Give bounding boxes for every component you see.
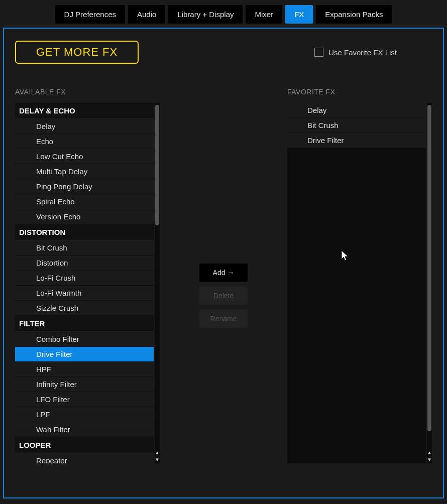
list-item[interactable]: Repeater (15, 453, 154, 463)
list-item[interactable]: Lo-Fi Crush (15, 271, 154, 286)
favorite-scrollbar[interactable]: ▲ ▼ (427, 103, 432, 463)
list-item[interactable]: LFO Filter (15, 392, 154, 407)
category-header: DISTORTION (15, 224, 154, 240)
tab-dj-preferences[interactable]: DJ Preferences (55, 5, 125, 24)
list-item[interactable]: Combo Filter (15, 332, 154, 347)
favorite-fx-list[interactable]: DelayBit CrushDrive Filter (287, 103, 426, 463)
category-header: LOOPER (15, 437, 154, 453)
use-favorite-label: Use Favorite FX List (328, 48, 397, 57)
list-item[interactable]: Wah Filter (15, 422, 154, 437)
transfer-buttons: Add → Delete Rename (199, 264, 248, 328)
tab-bar: DJ PreferencesAudioLibrary + DisplayMixe… (0, 0, 447, 24)
list-item[interactable]: Delay (15, 119, 154, 134)
list-item[interactable]: Version Echo (15, 209, 154, 224)
favorite-column: FAVORITE FX DelayBit CrushDrive Filter ▲… (287, 88, 432, 463)
favorite-list-wrapper: DelayBit CrushDrive Filter ▲ ▼ (287, 103, 432, 463)
tab-audio[interactable]: Audio (128, 5, 165, 24)
category-header: FILTER (15, 316, 154, 332)
use-favorite-toggle[interactable]: Use Favorite FX List (314, 48, 432, 57)
checkbox-icon[interactable] (314, 48, 323, 57)
list-item[interactable]: Low Cut Echo (15, 149, 154, 164)
list-item[interactable]: Infinity Filter (15, 377, 154, 392)
scroll-up-icon[interactable]: ▲ (427, 450, 432, 455)
tab-mixer[interactable]: Mixer (246, 5, 282, 24)
category-header: DELAY & ECHO (15, 103, 154, 119)
rename-button: Rename (199, 310, 248, 328)
list-item[interactable]: LPF (15, 407, 154, 422)
get-more-fx-button[interactable]: GET MORE FX (15, 41, 139, 64)
list-item[interactable]: Sizzle Crush (15, 301, 154, 316)
available-column: AVAILABLE FX DELAY & ECHODelayEchoLow Cu… (15, 88, 160, 463)
scrollbar-thumb[interactable] (155, 105, 159, 225)
tab-expansion-packs[interactable]: Expansion Packs (316, 5, 392, 24)
list-item[interactable]: Drive Filter (287, 133, 426, 148)
middle-buttons-column: Add → Delete Rename (160, 88, 287, 463)
columns: AVAILABLE FX DELAY & ECHODelayEchoLow Cu… (15, 88, 432, 463)
add-button[interactable]: Add → (199, 264, 248, 282)
scroll-down-icon[interactable]: ▼ (427, 457, 432, 462)
list-item[interactable]: Bit Crush (15, 240, 154, 256)
scrollbar-thumb[interactable] (427, 105, 431, 431)
list-item[interactable]: Bit Crush (287, 118, 426, 133)
scroll-up-icon[interactable]: ▲ (155, 450, 160, 455)
list-item[interactable]: Spiral Echo (15, 194, 154, 209)
list-item[interactable]: Multi Tap Delay (15, 164, 154, 179)
available-fx-label: AVAILABLE FX (15, 88, 160, 96)
list-item[interactable]: Echo (15, 134, 154, 149)
top-row: GET MORE FX Use Favorite FX List (15, 41, 432, 64)
list-item[interactable]: Ping Pong Delay (15, 179, 154, 194)
fx-panel: GET MORE FX Use Favorite FX List AVAILAB… (3, 28, 444, 498)
favorite-fx-label: FAVORITE FX (287, 88, 432, 96)
delete-button: Delete (199, 287, 248, 305)
list-item[interactable]: Lo-Fi Warmth (15, 286, 154, 301)
tab-fx[interactable]: FX (285, 5, 313, 24)
tab-library-display[interactable]: Library + Display (168, 5, 243, 24)
available-scrollbar[interactable]: ▲ ▼ (155, 103, 160, 463)
available-fx-list[interactable]: DELAY & ECHODelayEchoLow Cut EchoMulti T… (15, 103, 154, 463)
list-item[interactable]: Distortion (15, 256, 154, 271)
list-item[interactable]: Drive Filter (15, 347, 154, 362)
scroll-down-icon[interactable]: ▼ (155, 457, 160, 462)
list-item[interactable]: HPF (15, 362, 154, 377)
list-item[interactable]: Delay (287, 103, 426, 118)
available-list-wrapper: DELAY & ECHODelayEchoLow Cut EchoMulti T… (15, 103, 160, 463)
